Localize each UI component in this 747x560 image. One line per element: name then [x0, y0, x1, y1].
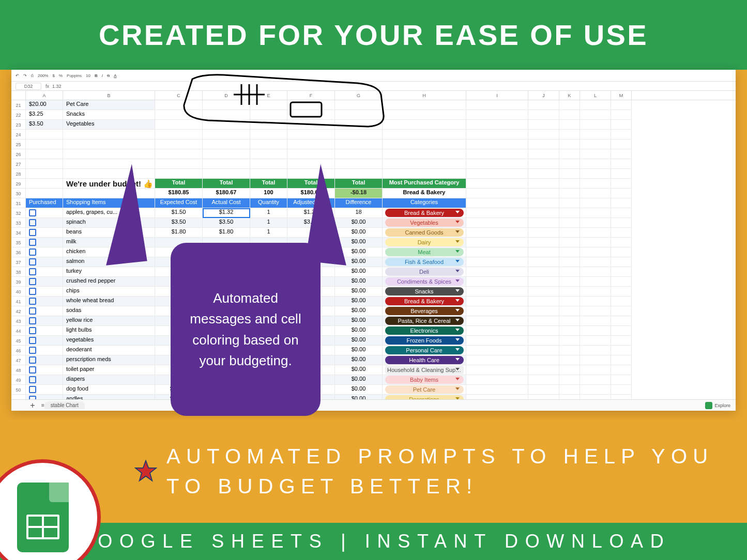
cell[interactable] [580, 218, 611, 228]
checkbox-icon[interactable] [29, 386, 36, 393]
cell[interactable]: $1.80 [155, 228, 203, 238]
cell[interactable]: $0.00 [335, 267, 383, 277]
cell[interactable] [580, 169, 611, 179]
cell[interactable]: Household & Cleaning Sup… [383, 365, 466, 375]
cell[interactable] [26, 287, 63, 297]
cell[interactable] [580, 346, 611, 355]
checkbox-icon[interactable] [29, 347, 36, 354]
cell[interactable] [580, 110, 611, 120]
cell[interactable]: Personal Care [383, 346, 466, 355]
cell[interactable] [466, 297, 528, 306]
checkbox-icon[interactable] [29, 356, 36, 364]
category-pill[interactable]: Vegetables [385, 219, 464, 227]
cell[interactable] [611, 297, 632, 306]
cell[interactable]: $0.00 [335, 316, 383, 326]
currency-icon[interactable]: $ [52, 73, 54, 78]
cell[interactable]: Most Purchased Category [383, 179, 466, 189]
cell[interactable] [580, 365, 611, 375]
cell[interactable] [611, 346, 632, 355]
cell[interactable] [611, 149, 632, 159]
cell[interactable] [559, 149, 580, 159]
cell[interactable] [611, 179, 632, 189]
cell[interactable] [559, 189, 580, 198]
checkbox-icon[interactable] [29, 219, 36, 226]
cell[interactable]: 30 [11, 189, 26, 198]
cell[interactable]: light bulbs [63, 326, 155, 336]
cell[interactable] [580, 385, 611, 395]
cell[interactable]: 28 [11, 169, 26, 179]
cell[interactable] [466, 336, 528, 346]
cell[interactable] [580, 189, 611, 198]
col-head[interactable]: M [611, 91, 632, 100]
cell[interactable] [466, 208, 528, 218]
cell[interactable] [26, 139, 63, 149]
cell[interactable] [580, 149, 611, 159]
column-header[interactable]: Categories [383, 198, 466, 208]
cell[interactable]: $0.00 [335, 306, 383, 316]
cell[interactable]: $20.00 [26, 100, 63, 110]
cell[interactable] [528, 100, 559, 110]
cell[interactable] [63, 149, 155, 159]
checkbox-icon[interactable] [29, 239, 36, 246]
cell[interactable]: 1 [250, 208, 287, 218]
cell[interactable] [383, 130, 466, 139]
cell[interactable]: $0.00 [335, 355, 383, 365]
cell[interactable]: $0.00 [335, 336, 383, 346]
column-header[interactable] [466, 198, 528, 208]
cell[interactable]: $0.00 [335, 277, 383, 287]
cell[interactable] [559, 306, 580, 316]
cell[interactable] [559, 100, 580, 110]
category-pill[interactable]: Beverages [385, 307, 464, 315]
cell[interactable] [383, 110, 466, 120]
cell[interactable] [466, 139, 528, 149]
zoom-select[interactable]: 200% [38, 73, 48, 78]
cell[interactable] [559, 297, 580, 306]
cell[interactable]: diapers [63, 375, 155, 385]
cell[interactable] [611, 247, 632, 257]
cell[interactable]: Bread & Bakery [383, 297, 466, 306]
cell[interactable] [528, 385, 559, 395]
cell[interactable] [155, 149, 203, 159]
cell[interactable] [528, 120, 559, 130]
cell[interactable] [26, 159, 63, 169]
cell[interactable] [611, 355, 632, 365]
column-header[interactable] [559, 198, 580, 208]
cell[interactable] [287, 149, 335, 159]
cell[interactable]: Frozen Foods [383, 336, 466, 346]
cell[interactable]: Health Care [383, 355, 466, 365]
cell[interactable]: deoderant [63, 346, 155, 355]
cell[interactable]: 44 [11, 326, 26, 336]
cell[interactable] [611, 306, 632, 316]
cell[interactable] [528, 228, 559, 238]
cell[interactable] [528, 336, 559, 346]
checkbox-icon[interactable] [29, 337, 36, 344]
cell[interactable] [466, 110, 528, 120]
cell[interactable]: $1.80 [203, 228, 250, 238]
cell[interactable] [528, 149, 559, 159]
cell[interactable]: 34 [11, 228, 26, 238]
cell[interactable] [250, 159, 287, 169]
cell[interactable] [559, 139, 580, 149]
cell[interactable]: Baby Items [383, 375, 466, 385]
cell[interactable] [611, 189, 632, 198]
cell[interactable] [611, 139, 632, 149]
cell[interactable] [559, 277, 580, 287]
all-sheets-icon[interactable]: ≡ [41, 402, 44, 408]
underline-icon[interactable]: A [114, 73, 116, 78]
cell[interactable] [611, 267, 632, 277]
cell[interactable]: Pet Care [63, 100, 155, 110]
cell[interactable] [580, 238, 611, 247]
cell[interactable]: Snacks [63, 110, 155, 120]
cell[interactable]: $3.25 [26, 110, 63, 120]
undo-icon[interactable]: ↶ [16, 73, 19, 78]
cell[interactable] [335, 139, 383, 149]
explore-button[interactable]: Explore [705, 402, 730, 409]
column-header[interactable] [580, 198, 611, 208]
cell[interactable] [203, 149, 250, 159]
cell[interactable] [611, 120, 632, 130]
cell[interactable] [466, 267, 528, 277]
cell[interactable]: Total [203, 179, 250, 189]
cell[interactable] [155, 169, 203, 179]
category-pill[interactable]: Dairy [385, 238, 464, 246]
category-pill[interactable]: Fish & Seafood [385, 258, 464, 266]
